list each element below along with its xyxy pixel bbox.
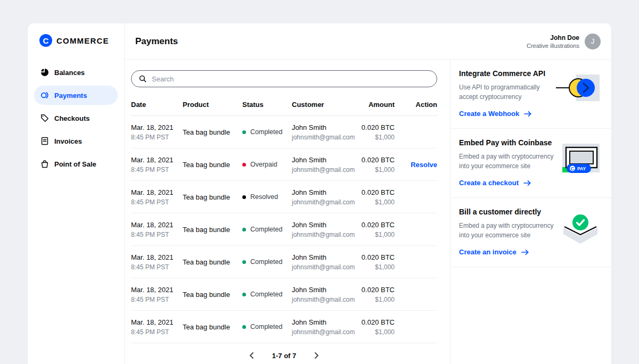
user-menu[interactable]: John Doe Creative illustrations J — [527, 34, 601, 49]
customer-name: John Smith — [292, 156, 347, 164]
sidebar-item-label: Checkouts — [54, 114, 89, 122]
status-label: Completed — [250, 323, 282, 330]
customer-name: John Smith — [292, 286, 347, 294]
sidebar-item-payments[interactable]: Payments — [34, 86, 118, 105]
status-cell: Completed — [242, 291, 292, 298]
date-value: Mar. 18, 2021 — [131, 188, 183, 196]
table-row: Mar. 18, 2021 8:45 PM PST Tea bag bundle… — [131, 181, 437, 213]
api-illustration — [555, 73, 601, 106]
time-value: 8:45 PM PST — [131, 296, 183, 303]
product-cell: Tea bag bundle — [183, 323, 242, 331]
resolve-link[interactable]: Resolve — [411, 161, 437, 169]
date-cell: Mar. 18, 2021 8:45 PM PST — [131, 156, 183, 173]
svg-text:PAY: PAY — [577, 166, 586, 171]
amount-cell: 0.020 BTC $1,000 — [347, 318, 395, 336]
promo-link-label: Create a checkout — [459, 179, 519, 187]
status-label: Completed — [250, 128, 282, 136]
create-webhook-link[interactable]: Create a Webhook — [459, 110, 603, 118]
promo-description: Embed a pay with cryptocurrency into you… — [459, 221, 555, 240]
search-icon — [139, 75, 146, 85]
status-label: Completed — [250, 291, 282, 298]
amount-usd: $1,000 — [347, 263, 395, 271]
chevron-left-icon — [249, 352, 254, 359]
main-column: Payments John Doe Creative illustrations… — [125, 23, 611, 364]
date-value: Mar. 18, 2021 — [131, 253, 183, 261]
amount-btc: 0.020 BTC — [347, 221, 395, 229]
amount-cell: 0.020 BTC $1,000 — [347, 123, 395, 141]
column-header-date: Date — [131, 101, 183, 109]
customer-cell: John Smith johnsmith@gmail.com — [292, 318, 347, 336]
promo-panel: Integrate Commerce API Use API to progra… — [450, 60, 611, 364]
status-cell: Overpaid — [242, 161, 292, 168]
date-cell: Mar. 18, 2021 8:45 PM PST — [131, 123, 183, 141]
payments-table-area: Date Product Status Customer Amount Acti… — [125, 60, 450, 364]
sidebar-item-balances[interactable]: Balances — [34, 63, 118, 82]
status-label: Resolved — [250, 193, 278, 201]
sidebar-item-label: Point of Sale — [54, 160, 96, 168]
user-subtitle: Creative illustrations — [527, 43, 579, 49]
brand-name: COMMERCE — [56, 36, 109, 45]
amount-btc: 0.020 BTC — [347, 318, 395, 326]
customer-email: johnsmith@gmail.com — [292, 328, 347, 336]
app-window: C COMMERCE Balances Payments — [28, 23, 611, 364]
customer-name: John Smith — [292, 188, 347, 196]
promo-link-label: Create a Webhook — [459, 110, 519, 118]
payments-icon — [40, 91, 49, 100]
column-header-amount: Amount — [347, 101, 395, 109]
time-value: 8:45 PM PST — [131, 198, 183, 206]
product-cell: Tea bag bundle — [183, 226, 242, 234]
brand-logo[interactable]: C COMMERCE — [28, 34, 124, 47]
customer-name: John Smith — [292, 221, 347, 229]
amount-cell: 0.020 BTC $1,000 — [347, 286, 395, 303]
user-name: John Doe — [527, 34, 579, 42]
promo-card-api: Integrate Commerce API Use API to progra… — [450, 60, 611, 129]
date-value: Mar. 18, 2021 — [131, 318, 183, 326]
next-page-button[interactable] — [314, 352, 319, 359]
sidebar-item-invoices[interactable]: Invoices — [34, 131, 118, 151]
sidebar-item-point-of-sale[interactable]: Point of Sale — [34, 154, 118, 173]
promo-description: Embed a pay with cryptocurrency into you… — [459, 152, 555, 171]
arrow-right-icon — [521, 249, 529, 255]
table-body: Mar. 18, 2021 8:45 PM PST Tea bag bundle… — [131, 116, 437, 343]
content-body: Date Product Status Customer Amount Acti… — [125, 60, 611, 364]
prev-page-button[interactable] — [249, 352, 254, 359]
customer-name: John Smith — [292, 253, 347, 261]
amount-usd: $1,000 — [347, 296, 395, 303]
customer-cell: John Smith johnsmith@gmail.com — [292, 286, 347, 303]
date-cell: Mar. 18, 2021 8:45 PM PST — [131, 253, 183, 271]
customer-email: johnsmith@gmail.com — [292, 263, 347, 271]
point-of-sale-icon — [40, 160, 49, 168]
customer-email: johnsmith@gmail.com — [292, 198, 347, 206]
status-dot — [242, 195, 246, 199]
sidebar-item-label: Invoices — [54, 137, 82, 145]
date-value: Mar. 18, 2021 — [131, 123, 183, 131]
table-row: Mar. 18, 2021 8:45 PM PST Tea bag bundle… — [131, 116, 437, 148]
amount-cell: 0.020 BTC $1,000 — [347, 156, 395, 173]
product-cell: Tea bag bundle — [183, 193, 242, 201]
table-row: Mar. 18, 2021 8:45 PM PST Tea bag bundle… — [131, 246, 437, 278]
status-label: Overpaid — [250, 161, 277, 168]
status-cell: Completed — [242, 323, 292, 330]
search-input[interactable] — [131, 70, 437, 87]
status-dot — [242, 228, 246, 231]
date-cell: Mar. 18, 2021 8:45 PM PST — [131, 221, 183, 238]
amount-btc: 0.020 BTC — [347, 253, 395, 261]
avatar[interactable]: J — [585, 34, 601, 49]
page-title: Payments — [135, 36, 178, 47]
amount-cell: 0.020 BTC $1,000 — [347, 253, 395, 271]
date-cell: Mar. 18, 2021 8:45 PM PST — [131, 318, 183, 336]
pagination: 1-7 of 7 — [131, 343, 437, 364]
status-dot — [242, 260, 246, 264]
customer-email: johnsmith@gmail.com — [292, 166, 347, 173]
create-invoice-link[interactable]: Create an invoice — [459, 248, 603, 256]
sidebar-item-label: Payments — [54, 92, 87, 100]
user-text: John Doe Creative illustrations — [527, 34, 579, 49]
create-checkout-link[interactable]: Create a checkout — [459, 179, 603, 187]
page-header: Payments John Doe Creative illustrations… — [125, 23, 611, 60]
column-header-customer: Customer — [292, 101, 347, 109]
sidebar-item-checkouts[interactable]: Checkouts — [34, 109, 118, 128]
sidebar-item-label: Balances — [54, 69, 85, 77]
customer-email: johnsmith@gmail.com — [292, 134, 347, 141]
status-dot — [242, 130, 246, 134]
time-value: 8:45 PM PST — [131, 134, 183, 141]
